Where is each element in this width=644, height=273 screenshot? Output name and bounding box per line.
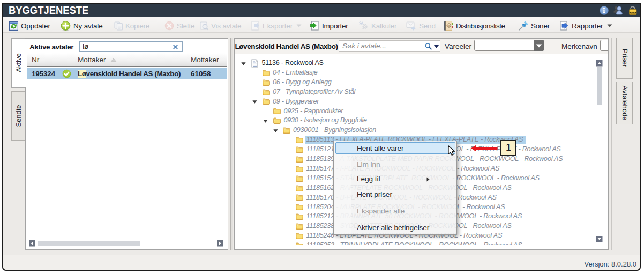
svg-text:@: @ <box>447 24 451 27</box>
